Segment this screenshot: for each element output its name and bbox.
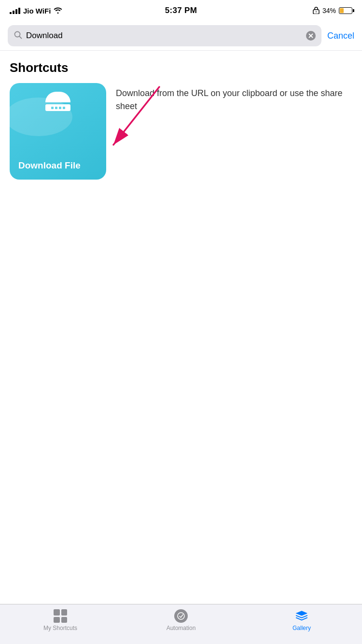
tab-gallery[interactable]: Gallery (241, 609, 362, 631)
status-left: Jio WiFi (10, 7, 62, 15)
automation-label: Automation (167, 625, 196, 631)
my-shortcuts-label: My Shortcuts (43, 625, 77, 631)
download-file-icon (18, 92, 97, 111)
battery-icon (339, 7, 352, 14)
search-icon (14, 30, 22, 42)
svg-point-1 (316, 11, 317, 12)
status-time: 5:37 PM (165, 6, 197, 15)
gallery-icon (295, 609, 308, 623)
search-input[interactable] (26, 31, 302, 41)
signal-bars (10, 7, 20, 14)
battery-fill (340, 8, 344, 13)
svg-point-8 (178, 613, 184, 619)
clear-search-button[interactable] (306, 31, 316, 41)
router-dome (45, 92, 70, 102)
tab-automation[interactable]: Automation (121, 609, 241, 631)
shortcut-description: Download from the URL on your clipboard … (116, 83, 352, 113)
signal-bar-3 (15, 9, 17, 14)
automation-icon (174, 609, 188, 623)
search-bar-container: Cancel (0, 21, 362, 51)
status-right: 34% (313, 6, 352, 15)
carrier-label: Jio WiFi (23, 7, 51, 15)
shortcut-name: Download File (18, 160, 97, 171)
signal-bar-4 (18, 8, 20, 14)
section-title: Shortcuts (10, 60, 352, 75)
router-base (45, 104, 70, 111)
main-content: Shortcuts Download File Download from th… (0, 51, 362, 180)
battery-percent: 34% (322, 7, 336, 14)
shortcut-row: Download File Download from the URL on y… (10, 83, 352, 180)
cancel-button[interactable]: Cancel (327, 31, 354, 41)
shortcut-card[interactable]: Download File (10, 83, 106, 180)
wifi-icon (54, 7, 62, 15)
lock-icon (313, 6, 320, 15)
tab-bar: My Shortcuts Automation Gallery (0, 604, 362, 644)
status-bar: Jio WiFi 5:37 PM 34% (0, 0, 362, 21)
gallery-label: Gallery (292, 625, 311, 631)
signal-bar-1 (10, 12, 12, 14)
tab-my-shortcuts[interactable]: My Shortcuts (0, 609, 121, 631)
search-input-wrapper[interactable] (8, 25, 321, 46)
svg-line-3 (19, 36, 22, 39)
my-shortcuts-icon (54, 609, 67, 623)
signal-bar-2 (13, 11, 14, 14)
